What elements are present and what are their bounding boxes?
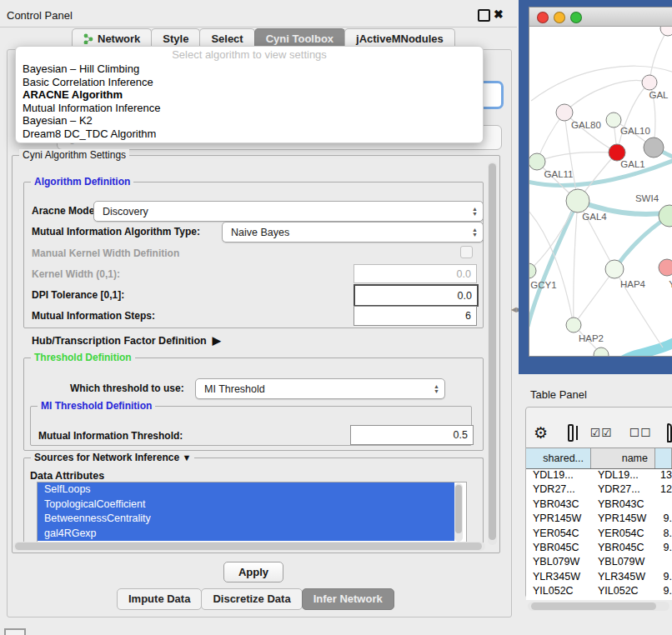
kernel-width-label: Kernel Width (0,1): <box>32 268 120 280</box>
algorithm-option[interactable]: Bayesian – K2 <box>16 114 483 128</box>
attribute-item[interactable]: gal4RGexp <box>38 527 454 542</box>
settings-horizontal-scrollbar[interactable] <box>13 542 485 551</box>
attribute-item[interactable]: SelfLoops <box>38 482 454 498</box>
mi-steps-field[interactable]: 6 <box>354 306 477 326</box>
algorithm-option[interactable]: Bayesian – Hill Climbing <box>16 62 483 76</box>
column-header-shared[interactable]: shared... <box>526 448 591 468</box>
network-node[interactable] <box>644 138 664 158</box>
table-cell: YBL079W <box>526 556 591 570</box>
tab-label: Style <box>163 32 188 45</box>
float-window-icon[interactable] <box>478 9 490 22</box>
table-row[interactable]: YBR043CYBR043C <box>526 498 672 512</box>
table-header-row: shared...name <box>526 448 672 469</box>
dpi-tolerance-field[interactable]: 0.0 <box>354 284 479 307</box>
network-node-gal80[interactable] <box>556 104 573 121</box>
collapse-down-icon[interactable]: ▼ <box>182 452 191 462</box>
hub-definition-toggle[interactable]: Hub/Transcription Factor Definition ▶ <box>32 334 221 347</box>
expand-right-icon: ▶ <box>209 334 221 347</box>
mi-threshold-label: Mutual Information Threshold: <box>38 430 183 442</box>
data-attributes-list[interactable]: SelfLoopsTopologicalCoefficientBetweenne… <box>37 482 467 545</box>
close-traffic-icon[interactable] <box>537 12 549 23</box>
table-cell: YDL19... <box>526 469 591 483</box>
unchecked-columns-icon[interactable]: ☐☐ <box>629 426 652 439</box>
network-node-gal11[interactable] <box>529 153 545 170</box>
tab-infer-network[interactable]: Infer Network <box>302 588 394 610</box>
table-cell: YDR27... <box>526 483 591 498</box>
table-row[interactable]: YDL19...YDL19...13 <box>526 469 672 483</box>
columns-icon[interactable] <box>568 424 574 442</box>
column-header[interactable] <box>655 448 672 468</box>
bottom-tabbar: Impute DataDiscretize DataInfer Network <box>117 588 394 610</box>
minimize-traffic-icon[interactable] <box>554 12 565 23</box>
stepper-icon: ▲▼ <box>434 379 439 398</box>
network-node-gal4[interactable] <box>566 189 589 212</box>
column-header-name[interactable]: name <box>591 448 655 468</box>
tab-label: Cyni Toolbox <box>266 32 333 45</box>
network-node-gal10[interactable] <box>606 112 621 128</box>
table-horizontal-scrollbar[interactable] <box>528 602 669 611</box>
algorithm-option[interactable]: ARACNE Algorithm <box>16 88 483 102</box>
table-cell <box>655 556 672 570</box>
table-cell: YBR045C <box>526 542 591 556</box>
table-cell: 8. <box>655 528 672 542</box>
aracne-mode-combobox[interactable]: Discovery ▲▼ <box>93 201 484 222</box>
table-row[interactable]: YDR27...YDR27...12 <box>526 483 672 498</box>
table-cell: YDL19... <box>591 469 655 483</box>
minimized-panel-chip[interactable] <box>4 628 26 635</box>
which-threshold-combobox[interactable]: MI Threshold ▲▼ <box>195 378 445 399</box>
table-cell: YIL052C <box>591 585 655 599</box>
network-node-hap2[interactable] <box>566 318 581 332</box>
network-node-y[interactable] <box>659 259 672 276</box>
manual-kernel-checkbox[interactable] <box>460 246 473 258</box>
table-cell: YLR345W <box>591 571 655 585</box>
apply-button[interactable]: Apply <box>223 562 283 582</box>
algorithm-dropdown-placeholder: Select algorithm to view settings <box>16 48 483 62</box>
control-panel-titlebar <box>0 5 517 28</box>
table-cell: YBR043C <box>526 498 591 512</box>
checked-columns-icon[interactable]: ☑☑ <box>590 426 613 439</box>
algorithm-option[interactable]: Mutual Information Inference <box>16 102 483 115</box>
network-node-gcy1[interactable] <box>529 263 536 278</box>
table-cell: 9. <box>655 512 672 527</box>
network-node-gal1[interactable] <box>609 144 625 161</box>
dpi-tolerance-label: DPI Tolerance [0,1]: <box>32 289 124 301</box>
attributes-list-scrollbar[interactable] <box>454 483 463 542</box>
algorithm-option[interactable]: Basic Correlation Inference <box>16 76 483 89</box>
mi-threshold-field[interactable]: 0.5 <box>350 425 474 445</box>
table-cell: 13 <box>655 469 672 483</box>
stepper-icon: ▲▼ <box>472 202 478 221</box>
table-row[interactable]: YPR145WYPR145W9. <box>526 512 672 527</box>
attribute-item[interactable]: TopologicalCoefficient <box>38 498 454 512</box>
table-row[interactable]: YLR345WYLR345W9. <box>526 571 672 585</box>
network-window-titlebar[interactable] <box>529 8 672 27</box>
attribute-item[interactable]: BetweennessCentrality <box>38 512 454 527</box>
tab-discretize-data[interactable]: Discretize Data <box>201 588 302 610</box>
table-cell: YPR145W <box>591 512 655 527</box>
screen: Control Panel ✖ NetworkStyleSelectCyni T… <box>0 0 672 635</box>
node-label-gcy1: GCY1 <box>530 280 556 290</box>
algorithm-option[interactable]: Dream8 DC_TDC Algorithm <box>16 128 483 141</box>
control-panel-title: Control Panel <box>7 9 73 22</box>
mi-type-combobox[interactable]: Naive Bayes ▲▼ <box>222 222 484 242</box>
table-row[interactable]: YIL052CYIL052C9. <box>526 585 672 599</box>
table-row[interactable]: YBL079WYBL079W <box>526 556 672 570</box>
close-icon[interactable]: ✖ <box>494 8 504 21</box>
new-table-icon[interactable] <box>667 423 672 442</box>
network-node-hap4[interactable] <box>605 260 624 278</box>
network-canvas[interactable]: GALGAL80GAL10GAL1GAL11GAL4SWI4GCY1HAP4YH… <box>529 27 672 356</box>
gear-icon[interactable]: ⚙ <box>534 423 548 442</box>
table-row[interactable]: YBR045CYBR045C9. <box>526 542 672 556</box>
table-cell: 9. <box>655 585 672 599</box>
settings-vertical-scrollbar[interactable] <box>488 162 497 545</box>
table-cell <box>655 498 672 512</box>
tab-label: Infer Network <box>313 592 383 605</box>
table-row[interactable]: YER054CYER054C8. <box>526 528 672 542</box>
tab-label: Impute Data <box>128 592 190 605</box>
network-node-gal[interactable] <box>642 75 657 90</box>
kernel-width-field[interactable]: 0.0 <box>354 264 477 283</box>
zoom-traffic-icon[interactable] <box>570 12 582 23</box>
panel-divider-gripper[interactable]: ◀▶ <box>511 305 517 315</box>
node-table: shared...name YDL19...YDL19...13YDR27...… <box>526 448 672 609</box>
tab-impute-data[interactable]: Impute Data <box>117 588 202 610</box>
network-node[interactable] <box>660 27 672 36</box>
